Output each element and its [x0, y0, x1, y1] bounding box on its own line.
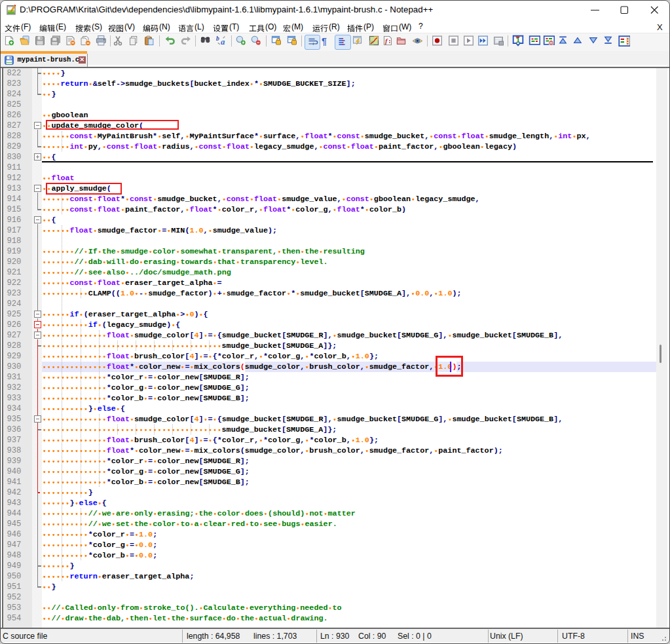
svg-text:b: b [216, 35, 219, 42]
svg-text:a: a [221, 37, 225, 46]
svg-text:¶: ¶ [322, 36, 327, 47]
